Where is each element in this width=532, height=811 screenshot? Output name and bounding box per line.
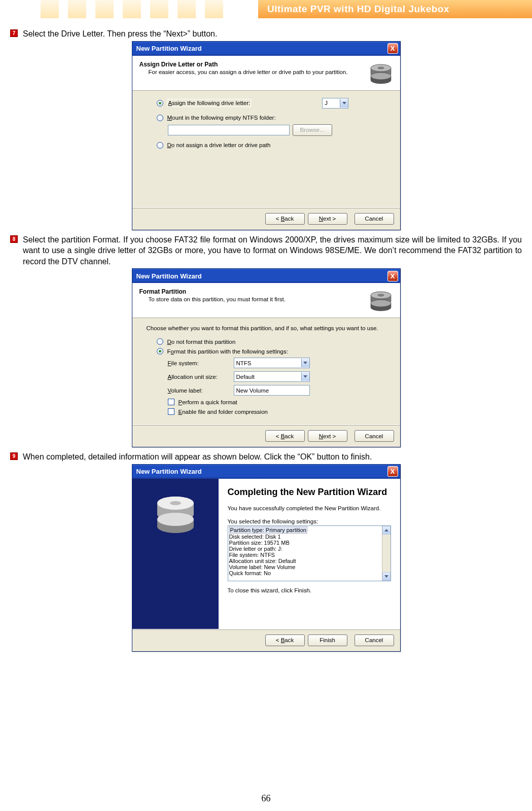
svg-point-9 bbox=[371, 300, 391, 307]
page-header: Ultimate PVR with HD Digital Jukebox bbox=[0, 0, 532, 18]
radio-no-format[interactable]: Do not format this partition bbox=[157, 338, 386, 345]
radio-icon bbox=[157, 338, 163, 345]
chevron-down-icon bbox=[301, 372, 309, 381]
setting-row: Partition size: 19571 MB bbox=[229, 540, 381, 546]
completion-text: You have successfully completed the New … bbox=[228, 505, 391, 511]
select-value: J bbox=[325, 100, 328, 106]
wizard-heading: Assign Drive Letter or Path bbox=[139, 61, 364, 68]
back-button[interactable]: < Back bbox=[265, 634, 305, 646]
close-button[interactable]: X bbox=[387, 271, 398, 281]
setting-row: Drive letter or path: J: bbox=[229, 546, 381, 552]
page-number: 66 bbox=[0, 793, 532, 804]
drive-letter-select[interactable]: J bbox=[322, 98, 348, 109]
close-icon: X bbox=[391, 272, 395, 280]
cancel-button[interactable]: Cancel bbox=[354, 213, 394, 225]
step-number-badge: 9 bbox=[10, 452, 18, 460]
step-text: Select the partition Format. If you choo… bbox=[23, 234, 522, 267]
wizard-subheading: For easier access, you can assign a driv… bbox=[149, 69, 364, 75]
titlebar: New Partition Wizard X bbox=[132, 465, 400, 479]
radio-label: Format this partition with the following… bbox=[167, 348, 288, 355]
checkbox-label: Perform a quick format bbox=[179, 399, 237, 405]
allocation-size-select[interactable]: Default bbox=[234, 371, 310, 382]
radio-mount-folder[interactable]: Mount in the following empty NTFS folder… bbox=[157, 115, 386, 121]
wizard-dialog-complete: New Partition Wizard X Completing the Ne… bbox=[132, 464, 401, 652]
radio-icon bbox=[157, 100, 163, 107]
chevron-down-icon bbox=[301, 359, 309, 367]
radio-no-assign[interactable]: Do not assign a drive letter or drive pa… bbox=[157, 142, 386, 149]
header-tab bbox=[95, 0, 114, 18]
svg-point-4 bbox=[371, 73, 391, 80]
header-tab bbox=[41, 0, 59, 18]
wizard-body: Assign the following drive letter: J Mou… bbox=[132, 91, 400, 207]
svg-point-2 bbox=[378, 67, 384, 69]
svg-point-12 bbox=[170, 501, 181, 505]
window-title: New Partition Wizard bbox=[136, 272, 387, 280]
file-system-label: File system: bbox=[168, 360, 234, 366]
header-tabs bbox=[41, 0, 232, 18]
radio-icon bbox=[157, 115, 163, 121]
browse-button[interactable]: Browse... bbox=[293, 124, 332, 136]
radio-label: Do not assign a drive letter or drive pa… bbox=[167, 142, 271, 148]
close-button[interactable]: X bbox=[387, 43, 398, 54]
next-button[interactable]: Next > bbox=[308, 430, 347, 442]
page-title: Ultimate PVR with HD Digital Jukebox bbox=[258, 0, 532, 18]
back-button[interactable]: < Back bbox=[265, 213, 305, 225]
checkbox-icon bbox=[168, 408, 174, 415]
radio-icon bbox=[157, 348, 163, 355]
scrollbar[interactable] bbox=[382, 526, 391, 581]
chevron-down-icon bbox=[340, 99, 348, 108]
checkbox-compression[interactable]: Enable file and folder compression bbox=[168, 408, 386, 415]
wizard-header: Format Partition To store data on this p… bbox=[132, 283, 400, 318]
wizard-body: Choose whether you want to format this p… bbox=[132, 318, 400, 425]
cancel-button[interactable]: Cancel bbox=[354, 430, 394, 442]
wizard-footer: < Back Next > Cancel bbox=[132, 207, 400, 230]
titlebar: New Partition Wizard X bbox=[132, 42, 400, 56]
wizard-heading: Format Partition bbox=[139, 288, 364, 295]
header-tab bbox=[178, 0, 196, 18]
checkbox-quick-format[interactable]: Perform a quick format bbox=[168, 399, 386, 405]
wizard-footer: < Back Next > Cancel bbox=[132, 425, 400, 447]
scroll-down-icon[interactable] bbox=[382, 572, 391, 581]
window-title: New Partition Wizard bbox=[136, 468, 387, 475]
select-value: Default bbox=[236, 374, 255, 380]
wizard-main: Completing the New Partition Wizard You … bbox=[219, 479, 400, 629]
radio-label: Mount in the following empty NTFS folder… bbox=[167, 115, 276, 121]
radio-icon bbox=[157, 142, 163, 149]
step-number-badge: 7 bbox=[10, 29, 18, 37]
setting-row: Disk selected: Disk 1 bbox=[229, 534, 381, 540]
disk-icon bbox=[369, 61, 393, 85]
completion-heading: Completing the New Partition Wizard bbox=[228, 487, 391, 498]
settings-label: You selected the following settings: bbox=[228, 518, 391, 524]
file-system-select[interactable]: NTFS bbox=[234, 358, 310, 368]
next-button[interactable]: Next > bbox=[308, 213, 347, 225]
close-button[interactable]: X bbox=[387, 466, 398, 477]
radio-format[interactable]: Format this partition with the following… bbox=[157, 348, 386, 355]
setting-row: Volume label: New Volume bbox=[229, 564, 381, 570]
volume-label-input[interactable] bbox=[234, 385, 310, 396]
step-7: 7 Select the Drive Letter. Then press th… bbox=[10, 28, 522, 40]
volume-label-label: Volume label: bbox=[168, 387, 234, 394]
radio-assign-letter[interactable]: Assign the following drive letter: J bbox=[157, 98, 386, 109]
checkbox-icon bbox=[168, 399, 174, 405]
header-tab bbox=[205, 0, 223, 18]
radio-label: Do not format this partition bbox=[167, 339, 236, 345]
step-8: 8 Select the partition Format. If you ch… bbox=[10, 234, 522, 267]
mount-path-input[interactable] bbox=[168, 125, 290, 135]
setting-row: Partition type: Primary partition bbox=[229, 526, 307, 534]
wizard-dialog-format: New Partition Wizard X Format Partition … bbox=[132, 268, 401, 447]
finish-button[interactable]: Finish bbox=[308, 634, 347, 646]
step-text: Select the Drive Letter. Then press the … bbox=[23, 28, 217, 40]
wizard-header: Assign Drive Letter or Path For easier a… bbox=[132, 56, 400, 91]
scroll-up-icon[interactable] bbox=[382, 526, 391, 535]
setting-row: File system: NTFS bbox=[229, 552, 381, 558]
wizard-side-graphic bbox=[132, 479, 219, 629]
intro-text: Choose whether you want to format this p… bbox=[147, 325, 386, 331]
settings-listbox[interactable]: Partition type: Primary partition Disk s… bbox=[228, 525, 391, 581]
titlebar: New Partition Wizard X bbox=[132, 269, 400, 283]
cancel-button[interactable]: Cancel bbox=[354, 634, 394, 646]
svg-point-7 bbox=[378, 294, 384, 296]
step-number-badge: 8 bbox=[10, 235, 18, 243]
setting-row: Quick format: No bbox=[229, 570, 381, 576]
back-button[interactable]: < Back bbox=[265, 430, 305, 442]
close-hint: To close this wizard, click Finish. bbox=[228, 587, 391, 593]
